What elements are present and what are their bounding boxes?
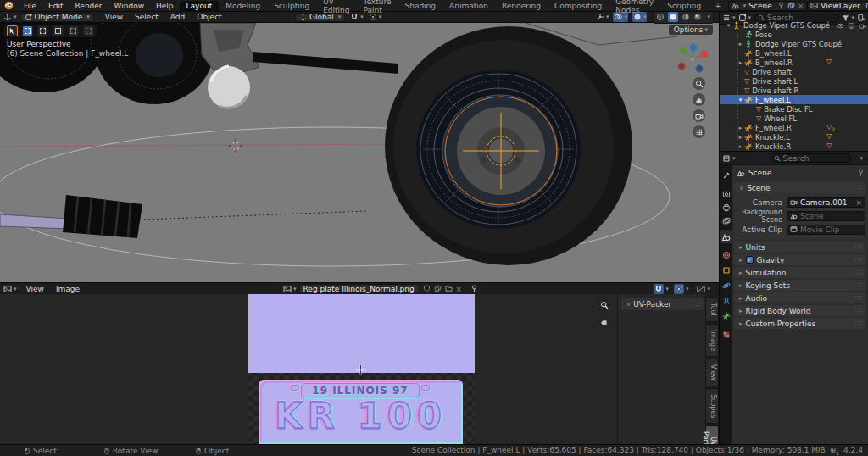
workspace-tab-animation[interactable]: Animation	[442, 1, 495, 11]
front-wheel-selected[interactable]	[385, 26, 632, 265]
active-tool-select-box[interactable]	[7, 25, 18, 36]
shading-material-button[interactable]	[682, 13, 690, 21]
workspace-tab-scripting[interactable]: Scripting	[660, 1, 708, 11]
outliner-row-armature-data[interactable]: ▸ Dodge Viper GTS Coupé	[720, 39, 868, 48]
display-channels-dropdown[interactable]: ▾	[697, 285, 710, 293]
outliner-row-f-wheel-l-selected[interactable]: ▾ F_wheel.L	[720, 95, 868, 104]
workspace-tab-compositing[interactable]: Compositing	[548, 1, 609, 11]
viewport-menu-view[interactable]: View	[99, 13, 129, 21]
outliner-row-drive-shaft-l[interactable]: ▽ Drive shaft L	[720, 76, 868, 86]
select-mode-intersect[interactable]	[83, 25, 94, 36]
sidebar-tab-uv-packer[interactable]: UV-Packer	[705, 425, 719, 444]
menu-help[interactable]: Help	[150, 2, 180, 10]
outliner-row-pose[interactable]: Pose	[720, 30, 868, 39]
outliner-row-wheel-fl[interactable]: ▽ Wheel FL	[720, 114, 868, 123]
sidebar-tab-scopes[interactable]: Scopes	[705, 388, 719, 425]
uv-snap-toggle[interactable]	[654, 284, 664, 294]
image-browse-button[interactable]: ▾	[283, 285, 297, 293]
pan-button[interactable]	[693, 93, 705, 106]
tab-view-layer[interactable]	[720, 214, 732, 228]
select-mode-invert[interactable]	[68, 25, 79, 36]
outliner-row-drive-shaft-r[interactable]: ▽ Drive shaft R	[720, 86, 868, 95]
tab-constraints[interactable]	[720, 294, 732, 308]
image-menu-image[interactable]: Image	[50, 285, 86, 293]
drag-handle[interactable]: ∷∷	[693, 301, 700, 309]
tab-texture[interactable]	[720, 328, 732, 342]
camera-view-button[interactable]	[693, 109, 705, 122]
camera-field[interactable]: Camera.001 ×	[787, 197, 865, 208]
tab-scene-active[interactable]	[720, 230, 732, 243]
tab-tool[interactable]	[720, 169, 732, 182]
zoom-button[interactable]	[693, 77, 705, 90]
workspace-tab-texture-paint[interactable]: Texture Paint	[357, 0, 398, 15]
uv-proportional-toggle[interactable]	[674, 284, 684, 294]
sidebar-tab-tool[interactable]: Tool	[705, 297, 719, 322]
outliner-row-brake-disc-fl[interactable]: ▽ Brake Disc FL	[720, 104, 868, 114]
image-editor-canvas[interactable]: 19 ILLINOIS 97 KR 100 ∨ UV-Packer ∷∷ Too…	[0, 294, 719, 444]
workspace-tab-rendering[interactable]: Rendering	[495, 1, 548, 11]
outliner-row-b-wheel-r[interactable]: ▸ B_wheel.R ▽	[720, 58, 868, 67]
disable-viewport-icon[interactable]	[848, 21, 855, 30]
tab-physics[interactable]	[720, 279, 732, 292]
blender-logo-icon[interactable]	[4, 1, 14, 10]
workspace-tab-layout[interactable]: Layout	[180, 1, 220, 11]
workspace-tab-modeling[interactable]: Modeling	[219, 1, 267, 11]
gravity-checkbox[interactable]: ✓	[746, 256, 754, 264]
tab-object[interactable]	[720, 264, 732, 277]
ball-joint-sphere[interactable]	[208, 66, 250, 108]
scene-render[interactable]	[0, 23, 719, 282]
panel-custom-properties[interactable]: ▸Custom Properties ∷∷	[734, 318, 865, 329]
panel-simulation[interactable]: ▸Simulation ∷∷	[734, 267, 865, 278]
scene-panel-header[interactable]: ∨ Scene ∷∷	[734, 182, 865, 193]
panel-keying-sets[interactable]: ▸Keying Sets ∷∷	[734, 280, 865, 291]
workspace-tab-shading[interactable]: Shading	[398, 1, 442, 11]
tab-output[interactable]	[720, 201, 732, 214]
menu-render[interactable]: Render	[70, 2, 108, 10]
outliner-row-armature-object[interactable]: ▾ Dodge Viper GTS Coupé	[720, 20, 868, 30]
zoom-button[interactable]	[598, 298, 610, 311]
viewport-menu-object[interactable]: Object	[191, 13, 227, 21]
outliner-row-b-wheel-l[interactable]: B_wheel.L	[720, 48, 868, 58]
uv-packer-panel-header[interactable]: ∨ UV-Packer ∷∷	[621, 298, 704, 310]
editor-type-button[interactable]: ▾	[3, 285, 17, 293]
properties-options-dropdown[interactable]: ▾	[860, 155, 863, 162]
sidebar-tab-view[interactable]: View	[705, 359, 719, 386]
gizmo-toggle[interactable]: ▾	[596, 13, 609, 21]
pan-button[interactable]	[598, 314, 610, 327]
shading-rendered-button[interactable]	[693, 13, 702, 21]
scene-selector[interactable]: ▾ Scene ×	[728, 1, 808, 11]
viewport-menu-add[interactable]: Add	[164, 13, 191, 21]
fake-user-icon[interactable]	[423, 285, 431, 292]
editor-type-button[interactable]: ▾	[3, 13, 17, 21]
shading-solid-button[interactable]	[668, 12, 678, 22]
close-icon[interactable]: ×	[798, 2, 804, 10]
tab-object-data[interactable]	[720, 309, 732, 323]
outliner-row-knuckle-r[interactable]: ▸ Knuckle.R ▽	[720, 142, 868, 151]
image-name-field[interactable]: Reg plate Illinois_Normal.png	[299, 284, 420, 293]
sidebar-tab-image[interactable]: Image	[705, 324, 719, 357]
network-status-icon[interactable]: ⊕1	[830, 446, 839, 456]
panel-units[interactable]: ▸Units ∷∷	[734, 242, 865, 253]
options-dropdown[interactable]: Options▾	[669, 25, 713, 35]
duplicate-image-icon[interactable]	[434, 285, 442, 292]
background-scene-field[interactable]: Scene	[787, 211, 865, 221]
open-image-icon[interactable]	[445, 285, 453, 292]
image-menu-view[interactable]: View	[20, 285, 50, 293]
disable-render-icon[interactable]	[859, 21, 866, 30]
tab-world[interactable]	[720, 248, 732, 262]
hide-eye-icon[interactable]	[837, 21, 844, 30]
ortho-toggle-button[interactable]	[693, 125, 705, 138]
view-layer-selector[interactable]: ViewLayer ×	[807, 1, 868, 11]
properties-search-input[interactable]: Search	[770, 153, 851, 163]
new-scene-icon[interactable]	[787, 2, 795, 9]
workspace-tab-sculpting[interactable]: Sculpting	[267, 1, 316, 11]
viewport-menu-select[interactable]: Select	[129, 13, 164, 21]
outliner-row-f-wheel-r[interactable]: ▸ F_wheel.R ▽2	[720, 123, 868, 132]
select-mode-subtract[interactable]	[53, 25, 64, 36]
workspace-tab-geometry-nodes[interactable]: Geometry Nodes	[609, 0, 660, 15]
unlink-image-icon[interactable]: ×	[456, 285, 463, 293]
workspace-tab-uv-editing[interactable]: UV Editing	[316, 0, 356, 15]
viewport-3d[interactable]: Options▾ User Perspective (6) Scene Coll…	[0, 23, 719, 282]
select-mode-extend[interactable]	[37, 25, 48, 36]
outliner-row-knuckle-l[interactable]: ▸ Knuckle.L ▽	[720, 132, 868, 142]
